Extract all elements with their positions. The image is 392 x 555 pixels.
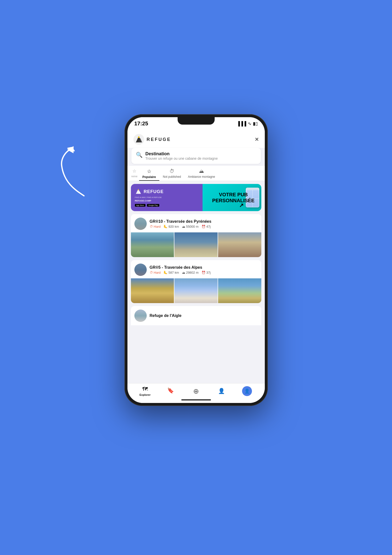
tab-ambiance[interactable]: ⛰ Ambiance montagne bbox=[185, 166, 219, 181]
route-gr10-meta: ⏱ Hard 🦶 920 km ⛰ 55000 m ⏰ 47j bbox=[150, 225, 258, 228]
nav-item-account[interactable]: 👤 bbox=[234, 386, 260, 396]
nav-bookmark-icon: 🔖 bbox=[167, 387, 174, 394]
route-gr5-header: GR®5 - Traversée des Alpes ⏱ Hard 🦶 587 … bbox=[131, 260, 261, 278]
signal-icon: ▐▐▐ bbox=[237, 121, 246, 126]
search-placeholder: Trouver un refuge ou une cabane de monta… bbox=[145, 156, 218, 160]
banner-logo-icon bbox=[135, 188, 142, 195]
phone-device: 17:25 ▐▐▐ ∿ ▮▯ REFUGE bbox=[124, 114, 268, 406]
app-header: REFUGE ✕ bbox=[127, 130, 265, 148]
tab-ambiance-icon: ⛰ bbox=[199, 168, 204, 174]
route-gr10-thumb-img bbox=[134, 218, 147, 230]
route-gr5-img3 bbox=[218, 278, 261, 303]
nav-item-profile[interactable]: 👤 bbox=[209, 388, 234, 394]
refuge-thumbnail bbox=[134, 310, 147, 322]
banner-url: REFUGE.CAMP bbox=[135, 200, 199, 202]
tab-ambiance-label: Ambiance montagne bbox=[188, 175, 215, 178]
mockup-line-1 bbox=[246, 188, 259, 189]
home-bar bbox=[181, 399, 211, 400]
tab-extreme-label: reme bbox=[131, 175, 138, 178]
nav-item-bookmark[interactable]: 🔖 bbox=[158, 387, 183, 395]
tabs-row: ☆ reme ☆ Populaire ⏱ Not published ⛰ Amb… bbox=[127, 166, 265, 181]
tab-not-published[interactable]: ⏱ Not published bbox=[159, 166, 184, 181]
tab-extreme[interactable]: ☆ reme bbox=[130, 166, 139, 181]
tab-not-published-label: Not published bbox=[163, 175, 181, 178]
route-gr10-duration: ⏰ 47j bbox=[202, 225, 211, 228]
home-indicator bbox=[127, 398, 265, 403]
tab-populaire[interactable]: ☆ Populaire bbox=[139, 166, 160, 181]
bottom-nav: 🗺 Explorer 🔖 ⊕ 👤 👤 bbox=[127, 383, 265, 398]
route-gr5-img1 bbox=[131, 278, 174, 303]
banner-logo-row: REFUGE bbox=[135, 188, 199, 195]
wifi-icon: ∿ bbox=[248, 121, 251, 126]
route-gr5-images bbox=[131, 278, 261, 303]
search-label: Destination bbox=[145, 151, 218, 156]
route-gr10-thumbnail bbox=[134, 218, 147, 230]
status-icons: ▐▐▐ ∿ ▮▯ bbox=[237, 121, 258, 126]
route-gr5-img2 bbox=[174, 278, 218, 303]
route-gr10-img3 bbox=[218, 232, 261, 257]
route-gr10-img1 bbox=[131, 232, 174, 257]
notch bbox=[178, 117, 215, 125]
route-gr5-info: GR®5 - Traversée des Alpes ⏱ Hard 🦶 587 … bbox=[150, 265, 258, 274]
route-gr5-name: GR®5 - Traversée des Alpes bbox=[150, 265, 258, 270]
route-gr10-elevation: ⛰ 55000 m bbox=[182, 225, 199, 228]
svg-point-4 bbox=[138, 136, 140, 138]
banner-arrow-icon: ↗ bbox=[239, 202, 244, 209]
tab-not-published-icon: ⏱ bbox=[169, 168, 174, 174]
route-gr5-thumb-img bbox=[134, 264, 147, 276]
search-icon: 🔍 bbox=[136, 152, 143, 158]
banner[interactable]: REFUGE FIND A WAY, FIND A REFUGE REFUGE.… bbox=[131, 184, 261, 211]
banner-store-row: App Store Google Play bbox=[135, 204, 199, 207]
playstore-badge: Google Play bbox=[147, 204, 159, 207]
nav-item-explorer[interactable]: 🗺 Explorer bbox=[132, 386, 158, 396]
close-button[interactable]: ✕ bbox=[255, 136, 259, 142]
route-gr5-difficulty: ⏱ Hard bbox=[150, 271, 161, 274]
route-gr10-name: GR®10 - Traversée des Pyrénées bbox=[150, 219, 258, 224]
route-gr5-thumbnail bbox=[134, 264, 147, 276]
nav-add-icon: ⊕ bbox=[193, 387, 199, 395]
battery-icon: ▮▯ bbox=[253, 121, 258, 126]
app-logo-icon bbox=[133, 134, 144, 145]
tab-populaire-label: Populaire bbox=[143, 175, 156, 179]
route-gr10-distance: 🦶 920 km bbox=[164, 225, 179, 228]
search-bar[interactable]: 🔍 Destination Trouver un refuge ou une c… bbox=[131, 148, 261, 164]
banner-refuge-text: REFUGE bbox=[144, 189, 164, 194]
route-gr5-distance: 🦶 587 km bbox=[164, 271, 179, 274]
status-time: 17:25 bbox=[134, 120, 148, 127]
partial-route-refuge[interactable]: Refuge de l'Aigle bbox=[131, 306, 261, 325]
nav-account-icon-circle: 👤 bbox=[242, 386, 252, 396]
route-gr5[interactable]: GR®5 - Traversée des Alpes ⏱ Hard 🦶 587 … bbox=[131, 260, 261, 303]
route-gr10-header: GR®10 - Traversée des Pyrénées ⏱ Hard 🦶 … bbox=[131, 214, 261, 232]
svg-point-7 bbox=[138, 189, 139, 190]
banner-cta-text: VOTRE PUB PERSONNALISÉE bbox=[206, 190, 261, 205]
app-logo: REFUGE bbox=[133, 134, 171, 145]
status-bar: 17:25 ▐▐▐ ∿ ▮▯ bbox=[127, 117, 265, 130]
phone-container: 17:25 ▐▐▐ ∿ ▮▯ REFUGE bbox=[0, 114, 392, 406]
arrow-container bbox=[52, 146, 91, 201]
route-gr10[interactable]: GR®10 - Traversée des Pyrénées ⏱ Hard 🦶 … bbox=[131, 214, 261, 257]
app-logo-text: REFUGE bbox=[147, 137, 171, 142]
nav-explorer-label: Explorer bbox=[140, 393, 151, 396]
banner-tagline: FIND A WAY, FIND A REFUGE bbox=[135, 196, 199, 199]
content-area: REFUGE FIND A WAY, FIND A REFUGE REFUGE.… bbox=[127, 181, 265, 383]
banner-right-text: VOTRE PUB PERSONNALISÉE bbox=[206, 190, 261, 205]
tab-extreme-icon: ☆ bbox=[132, 168, 136, 174]
appstore-badge: App Store bbox=[135, 204, 145, 207]
route-gr5-duration: ⏰ 37j bbox=[202, 271, 211, 274]
route-gr10-difficulty: ⏱ Hard bbox=[150, 225, 161, 228]
phone-screen: 17:25 ▐▐▐ ∿ ▮▯ REFUGE bbox=[127, 117, 265, 403]
nav-item-add[interactable]: ⊕ bbox=[183, 387, 209, 395]
route-gr10-info: GR®10 - Traversée des Pyrénées ⏱ Hard 🦶 … bbox=[150, 219, 258, 228]
search-text: Destination Trouver un refuge ou une cab… bbox=[145, 151, 218, 160]
route-gr5-elevation: ⛰ 29802 m bbox=[182, 271, 199, 274]
banner-right: VOTRE PUB PERSONNALISÉE ↗ bbox=[203, 184, 261, 211]
tab-populaire-icon: ☆ bbox=[147, 168, 151, 174]
route-gr10-images bbox=[131, 232, 261, 257]
nav-explorer-icon: 🗺 bbox=[142, 386, 148, 392]
nav-profile-icon: 👤 bbox=[218, 388, 225, 394]
banner-left: REFUGE FIND A WAY, FIND A REFUGE REFUGE.… bbox=[131, 184, 203, 211]
refuge-name: Refuge de l'Aigle bbox=[150, 313, 182, 318]
route-gr10-img2 bbox=[174, 232, 218, 257]
route-gr5-meta: ⏱ Hard 🦶 587 km ⛰ 29802 m ⏰ 37j bbox=[150, 271, 258, 274]
nav-account-icon: 👤 bbox=[244, 388, 250, 394]
